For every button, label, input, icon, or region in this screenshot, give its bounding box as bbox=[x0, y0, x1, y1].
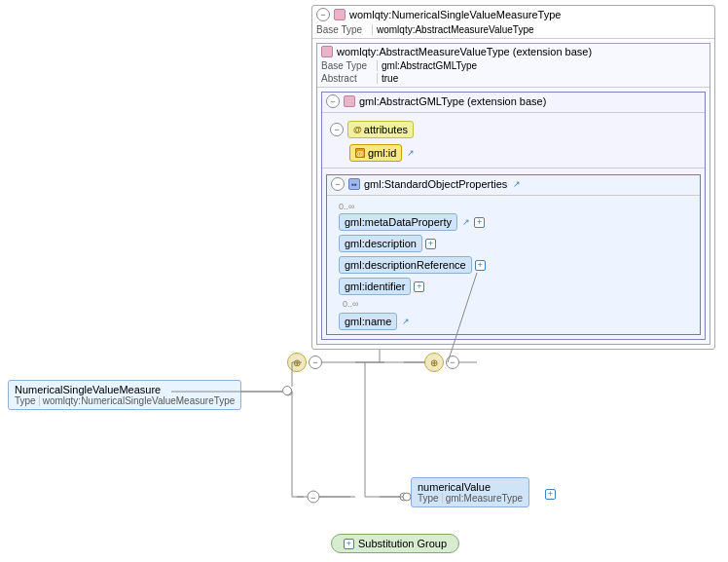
abstract-measure-basetype-row: Base Type gml:AbstractGMLType bbox=[317, 59, 710, 72]
name-link[interactable]: ↗ bbox=[400, 317, 411, 327]
connector-circle-left bbox=[282, 386, 292, 395]
element-name: gml:name bbox=[339, 313, 397, 330]
meta-expand[interactable]: + bbox=[474, 217, 485, 228]
attributes-toggle[interactable]: − bbox=[330, 123, 344, 136]
gml-id-box: @ gml:id bbox=[349, 144, 402, 162]
seq-group-1: ⊕ − bbox=[287, 353, 322, 372]
numerical-value-type-value: gml:MeasureType bbox=[442, 493, 523, 504]
type-icon-pink bbox=[334, 9, 346, 20]
left-node-box: NumericalSingleValueMeasure Type womlqty… bbox=[8, 380, 241, 410]
seq-toggle-1[interactable]: − bbox=[309, 356, 322, 369]
gml-id-label: gml:id bbox=[368, 147, 396, 159]
attributes-box: @ attributes bbox=[347, 121, 414, 138]
abstract-measure-basetype-label: Base Type bbox=[321, 60, 375, 71]
numerical-value-box: numericalValue Type gml:MeasureType bbox=[411, 477, 529, 507]
element-row-name: gml:name ↗ bbox=[339, 313, 696, 330]
abstract-row: Abstract true bbox=[317, 72, 710, 85]
std-obj-header: − ▪▪ gml:StandardObjectProperties ↗ bbox=[327, 175, 700, 193]
element-desc: gml:description bbox=[339, 235, 422, 252]
seq-group-2: ⊕ − bbox=[424, 353, 459, 372]
main-basetype-value: womlqty:AbstractMeasureValueType bbox=[372, 24, 534, 35]
svg-point-19 bbox=[308, 491, 319, 503]
seq-icon-1: ⊕ bbox=[287, 353, 307, 372]
abstract-gml-icon bbox=[344, 95, 355, 107]
at-symbol: @ bbox=[353, 125, 362, 134]
meta-link[interactable]: ↗ bbox=[460, 217, 471, 228]
abstract-measure-name: womlqty:AbstractMeasureValueType (extens… bbox=[337, 46, 592, 57]
ident-expand[interactable]: + bbox=[414, 281, 424, 292]
abstract-measure-icon bbox=[321, 46, 333, 57]
element-row-ident: gml:identifier + bbox=[339, 278, 696, 295]
substitution-group-button[interactable]: + Substitution Group bbox=[331, 534, 459, 553]
left-node-type-label: Type bbox=[15, 395, 36, 406]
element-row-desc: gml:description + bbox=[339, 235, 696, 252]
abstract-value: true bbox=[377, 73, 398, 84]
substitution-expand-icon: + bbox=[344, 539, 354, 549]
main-type-name: womlqty:NumericalSingleValueMeasureType bbox=[349, 9, 561, 20]
main-basetype-label: Base Type bbox=[316, 24, 370, 35]
attributes-row: − @ attributes bbox=[326, 119, 701, 140]
desc-expand[interactable]: + bbox=[425, 239, 436, 249]
substitution-label: Substitution Group bbox=[358, 538, 447, 549]
std-obj-toggle[interactable]: − bbox=[331, 177, 345, 191]
numerical-value-name: numericalValue bbox=[418, 481, 523, 493]
seq-toggle-2[interactable]: − bbox=[446, 356, 459, 369]
abstract-gml-header: − gml:AbstractGMLType (extension base) bbox=[322, 93, 705, 110]
gml-id-row: @ gml:id ↗ bbox=[326, 144, 701, 162]
main-toggle[interactable]: − bbox=[316, 8, 330, 21]
left-node-type-value: womlqty:NumericalSingleValueMeasureType bbox=[39, 395, 236, 406]
svg-text:−: − bbox=[310, 493, 315, 503]
attributes-label: attributes bbox=[364, 124, 408, 135]
abstract-label: Abstract bbox=[321, 73, 375, 84]
main-basetype-row: Base Type womlqty:AbstractMeasureValueTy… bbox=[312, 23, 714, 36]
attr-icon: @ bbox=[355, 148, 365, 158]
svg-point-18 bbox=[403, 493, 411, 501]
left-node-name: NumericalSingleValueMeasure bbox=[15, 384, 235, 395]
std-obj-name: gml:StandardObjectProperties bbox=[364, 178, 507, 190]
numerical-value-type-row: Type gml:MeasureType bbox=[418, 493, 523, 504]
cardinality-top: 0..∞ bbox=[335, 202, 696, 211]
element-row-descref: gml:descriptionReference + bbox=[339, 256, 696, 274]
main-type-header: − womlqty:NumericalSingleValueMeasureTyp… bbox=[312, 6, 714, 23]
seq-icon-2: ⊕ bbox=[424, 353, 444, 372]
gml-id-link[interactable]: ↗ bbox=[405, 148, 416, 159]
numerical-value-expand[interactable]: + bbox=[545, 487, 556, 500]
abstract-measure-header: womlqty:AbstractMeasureValueType (extens… bbox=[317, 44, 710, 59]
std-obj-icon: ▪▪ bbox=[348, 178, 360, 190]
cardinality-bottom: 0..∞ bbox=[339, 299, 696, 309]
std-obj-link[interactable]: ↗ bbox=[511, 179, 522, 190]
element-ident: gml:identifier bbox=[339, 278, 411, 295]
element-meta: gml:metaDataProperty bbox=[339, 213, 457, 231]
descref-expand[interactable]: + bbox=[475, 260, 486, 271]
numerical-value-type-label: Type bbox=[418, 493, 439, 504]
element-descref: gml:descriptionReference bbox=[339, 256, 472, 274]
abstract-measure-basetype-value: gml:AbstractGMLType bbox=[377, 60, 477, 71]
svg-point-7 bbox=[400, 493, 408, 501]
abstract-gml-toggle[interactable]: − bbox=[326, 94, 340, 108]
element-row-meta: gml:metaDataProperty ↗ + bbox=[339, 213, 696, 231]
abstract-gml-name: gml:AbstractGMLType (extension base) bbox=[359, 95, 546, 107]
